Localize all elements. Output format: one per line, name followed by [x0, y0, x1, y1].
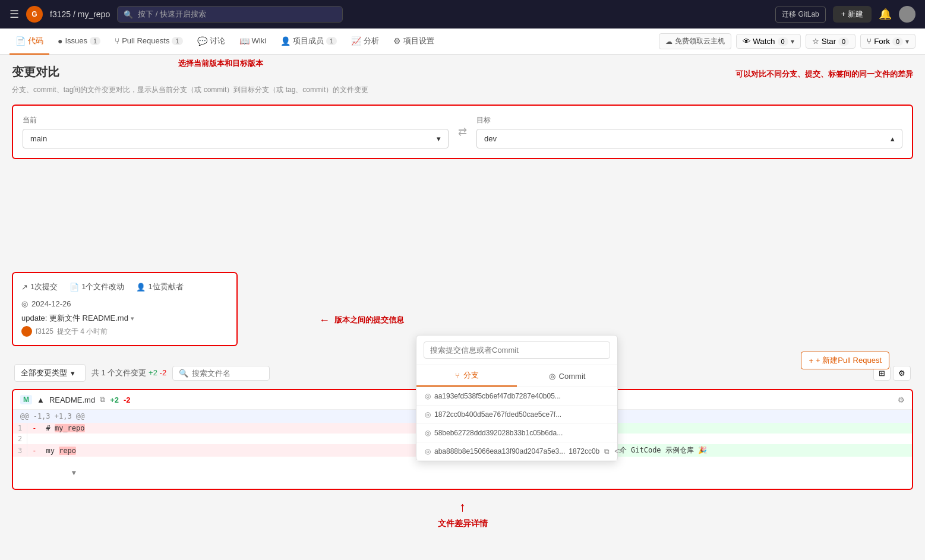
dropdown-tabs: ⑂ 分支 ◎ Commit — [416, 365, 617, 387]
commit-tab[interactable]: ◎ Commit — [517, 365, 617, 387]
current-branch-select[interactable]: main ▾ — [23, 129, 449, 148]
target-branch-col: 目标 dev ▴ — [476, 115, 902, 148]
diff-old-content: # my_repo — [41, 423, 459, 434]
file-changes: 📄 1个文件改动 — [70, 281, 124, 292]
target-label: 目标 — [476, 115, 902, 125]
commit-dot: ◎ — [21, 299, 28, 308]
migrate-button[interactable]: 迁移 GitLab — [775, 7, 826, 23]
watch-count: 0 — [778, 37, 788, 46]
commit-date: ◎ 2024-12-26 — [21, 299, 228, 308]
bottom-annotation: ↑ 文件差异详情 — [12, 499, 913, 529]
star-icon: ☆ — [812, 37, 819, 46]
expand-icon[interactable]: ▼ — [72, 469, 76, 477]
eye-icon: 👁 — [743, 37, 750, 46]
commit-tab-icon: ◎ — [549, 372, 555, 381]
tab-settings[interactable]: ⚙ 项目设置 — [387, 29, 440, 55]
commit-item-0[interactable]: ◎ aa193efd538f5cb6ef47db7287e40b05... — [416, 387, 617, 406]
sub-navigation: 📄 代码 ● Issues 1 ⑂ Pull Requests 1 💬 讨论 📖… — [0, 29, 925, 55]
chevron-up-icon: ▴ — [891, 134, 895, 143]
star-button-group: ☆ Star 0 — [806, 34, 856, 49]
repo-actions: ☁ 免费领取云主机 👁 Watch 0 ▾ ☆ Star 0 ⑂ Fork 0 — [659, 33, 915, 49]
commit-expand-icon[interactable]: ▾ — [131, 315, 134, 322]
collapse-icon[interactable]: ▲ — [37, 396, 45, 404]
notification-bell[interactable]: 🔔 — [879, 8, 892, 21]
discuss-icon: 💬 — [197, 36, 207, 46]
global-search[interactable]: 🔍 按下 / 快速开启搜索 — [117, 6, 343, 23]
current-label: 当前 — [23, 115, 449, 125]
hamburger-menu[interactable]: ☰ — [10, 8, 19, 21]
new-button[interactable]: + 新建 — [833, 6, 872, 23]
tab-issues[interactable]: ● Issues 1 — [52, 29, 106, 55]
plus-icon: + — [809, 356, 813, 365]
file-count: 共 1 个文件变更 +2 -2 — [91, 368, 166, 378]
issues-icon: ● — [58, 36, 62, 46]
old-line-num: 1 — [13, 423, 27, 434]
repo-path: f3125 / my_repo — [50, 10, 110, 19]
filter-chevron-icon: ▾ — [71, 369, 75, 378]
commit-search-input[interactable] — [424, 341, 610, 359]
diff-filename: README.md — [49, 396, 95, 404]
compare-section: 当前 main ▾ ⇄ 目标 dev ▴ — [12, 105, 913, 159]
watch-button[interactable]: 👁 Watch 0 — [743, 37, 788, 46]
branch-tab[interactable]: ⑂ 分支 — [416, 365, 517, 387]
diff-removals: -2 — [124, 396, 131, 404]
commit-item-2[interactable]: ◎ 58beb62728ddd392028b33b1c05b6da... — [416, 424, 617, 442]
target-branch-select[interactable]: dev ▴ — [476, 129, 902, 148]
pr-badge: 1 — [172, 37, 182, 45]
chevron-down-icon: ▾ — [437, 134, 441, 143]
star-button[interactable]: ☆ Star 0 — [812, 37, 850, 46]
commit-info-container: ↗ 1次提交 📄 1个文件改动 👤 1位贡献者 ◎ 2024-12-26 — [12, 272, 238, 356]
current-branch-col: 当前 main ▾ — [23, 115, 449, 148]
tab-pull-requests[interactable]: ⑂ Pull Requests 1 — [109, 29, 188, 55]
file-copy-icon[interactable]: ⧉ — [100, 395, 105, 404]
settings-icon: ⚙ — [393, 36, 401, 46]
wiki-icon: 📖 — [239, 36, 250, 46]
contributor-icon: 👤 — [136, 283, 146, 292]
tab-members[interactable]: 👤 项目成员 1 — [274, 29, 343, 55]
commit-author: f3125 提交于 4 小时前 — [21, 326, 228, 337]
settings-view-button[interactable]: ⚙ — [893, 366, 911, 381]
commit-icon: ↗ — [21, 283, 28, 292]
fork-dropdown-icon[interactable]: ▾ — [905, 37, 909, 46]
branch-tab-icon: ⑂ — [455, 371, 460, 380]
compare-row: 当前 main ▾ ⇄ 目标 dev ▴ — [23, 115, 902, 148]
commit-count: ↗ 1次提交 — [21, 281, 58, 292]
top-navigation: ☰ G f3125 / my_repo 🔍 按下 / 快速开启搜索 迁移 Git… — [0, 0, 925, 29]
main-content: 变更对比 选择当前版本和目标版本 可以对比不同分支、提交、标签间的同一文件的差异… — [0, 55, 925, 560]
commit-hash-icon: ◎ — [425, 429, 431, 437]
commit-hash-icon: ◎ — [425, 410, 431, 419]
compare-arrow: ⇄ — [453, 125, 472, 138]
tab-analysis[interactable]: 📈 分析 — [345, 29, 385, 55]
tab-wiki[interactable]: 📖 Wiki — [233, 29, 273, 55]
diff-expand-row: ▼ — [13, 457, 912, 489]
change-type-filter[interactable]: 全部变更类型 ▾ — [14, 364, 86, 382]
commit-message: update: 更新文件 README.md ▾ — [21, 313, 228, 324]
commit-item-1[interactable]: ◎ 1872cc0b400d5ae767fded50cae5ce7f... — [416, 406, 617, 424]
commit-info-section: ↗ 1次提交 📄 1个文件改动 👤 1位贡献者 ◎ 2024-12-26 — [12, 272, 238, 346]
fork-count: 0 — [892, 37, 903, 46]
diff-settings-icon[interactable]: ⚙ — [898, 396, 905, 404]
file-search[interactable]: 🔍 — [172, 366, 270, 381]
commit-hash-icon: ◎ — [425, 392, 431, 400]
code-diff-icon[interactable]: <> — [614, 447, 623, 455]
fork-button-group: ⑂ Fork 0 ▾ — [860, 34, 915, 49]
tab-code[interactable]: 📄 代码 — [10, 29, 49, 55]
page-subtitle: 分支、commit、tag间的文件变更对比，显示从当前分支（或 commit）到… — [12, 85, 913, 95]
watch-dropdown-icon[interactable]: ▾ — [791, 37, 794, 46]
members-icon: 👤 — [280, 36, 291, 46]
user-avatar[interactable] — [899, 6, 915, 23]
tab-discuss[interactable]: 💬 讨论 — [191, 29, 231, 55]
fork-button[interactable]: ⑂ Fork 0 — [867, 37, 903, 46]
cloud-icon: ☁ — [665, 37, 673, 46]
annotation-version-select: 选择当前版本和目标版本 — [178, 58, 263, 69]
search-icon: 🔍 — [124, 10, 133, 19]
file-search-input[interactable] — [192, 369, 263, 378]
commit-item-3[interactable]: ◎ aba888b8e15066eaa13f90ad2047a5e3... 18… — [416, 442, 617, 461]
fork-icon: ⑂ — [867, 37, 872, 46]
members-badge: 1 — [326, 37, 337, 45]
author-avatar — [21, 326, 32, 337]
free-host-button[interactable]: ☁ 免费领取云主机 — [659, 33, 731, 49]
copy-icon[interactable]: ⧉ — [604, 447, 610, 455]
star-count: 0 — [838, 37, 849, 46]
file-icon: 📄 — [70, 283, 79, 292]
